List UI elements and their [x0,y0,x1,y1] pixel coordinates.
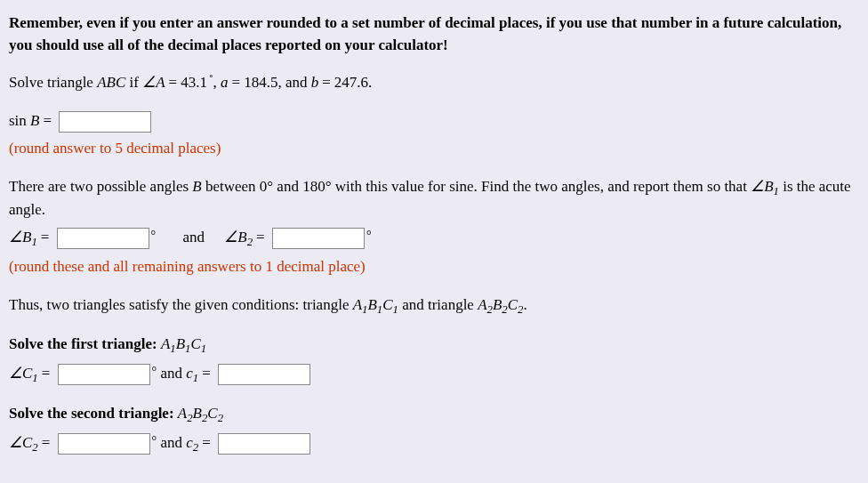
equals-1: = [169,74,178,91]
c1-angle-input[interactable] [58,364,150,385]
second-triangle-row: ∠C2= ° and c2= [9,432,859,456]
b-angles-row: ∠B1= ° and ∠B2= ° [9,227,859,251]
period-1: . [368,74,372,91]
ta-text1: There are two possible angles [9,178,192,195]
b2-label: ∠B2 [224,229,253,246]
sin-var: B [30,112,39,129]
problem-lead: Solve triangle [9,74,97,91]
side-b-label: b [311,74,319,91]
equals-c1a: = [42,365,51,382]
angle-A-value: 43.1 [181,74,207,91]
sin-label: sin [9,112,30,129]
c2-angle-label: ∠C2 [9,434,38,451]
c2-side-input[interactable] [218,433,310,455]
b1-input[interactable] [57,228,149,249]
c2-side-label: c2 [186,434,198,451]
angles-hint: (round these and all remaining answers t… [9,256,859,278]
triangle-name: ABC [97,74,125,91]
b1-label: ∠B1 [9,229,37,246]
first-triangle-heading: Solve the first triangle: A1B1C1 [9,334,859,358]
ta-b1: ∠B1 [751,178,779,195]
sinb-row: sin B= [9,110,859,133]
side-a-value: 184.5 [244,74,277,91]
degree-icon-b1: ° [151,229,157,242]
thus-t2: and triangle [398,296,478,313]
thus-tri1: A1B1C1 [353,296,398,313]
degree-icon-b2: ° [366,229,372,242]
angle-A-symbol: ∠A [142,74,165,91]
equals-c2a: = [42,434,51,451]
reminder-text: Remember, even if you enter an answer ro… [9,12,859,56]
equals-2: = [232,74,241,91]
first-head-text: Solve the first triangle: [9,335,161,352]
thus-t1: Thus, two triangles satisfy the given co… [9,296,353,313]
c1-side-input[interactable] [218,364,310,385]
second-triangle-heading: Solve the second triangle: A2B2C2 [9,403,859,427]
b2-input[interactable] [272,228,365,249]
c1-angle-label: ∠C1 [9,365,38,382]
comma-1: , [213,74,221,91]
two-angles-text: There are two possible angles B between … [9,176,859,222]
thus-tri2: A2B2C2 [478,296,523,313]
side-a-label: a [221,74,229,91]
equals-c1s: = [202,365,211,382]
equals-b2: = [256,229,265,246]
second-head-text: Solve the second triangle: [9,405,178,422]
equals-sinb: = [43,112,52,129]
c1-side-label: c1 [186,365,198,382]
thus-text: Thus, two triangles satisfy the given co… [9,294,859,318]
second-and: and [157,434,186,451]
and-word: and [182,227,205,249]
first-tri: A1B1C1 [161,335,206,352]
c2-angle-input[interactable] [58,433,150,455]
sinb-hint: (round answer to 5 decimal places) [9,138,859,160]
second-tri: A2B2C2 [178,405,223,422]
first-and: and [157,365,186,382]
problem-if: if [125,74,142,91]
equals-b1: = [41,229,50,246]
first-triangle-row: ∠C1= ° and c1= [9,363,859,387]
side-b-value: 247.6 [334,74,368,91]
sinb-input[interactable] [59,111,151,133]
problem-and: , and [277,74,310,91]
equals-c2s: = [202,434,211,451]
thus-t3: . [523,296,526,313]
equals-3: = [322,74,331,91]
problem-statement: Solve triangle ABC if ∠A=43.1˚, a=184.5,… [9,72,859,94]
ta-text2: between 0° and 180° with this value for … [202,178,751,195]
ta-bvar: B [192,178,201,195]
